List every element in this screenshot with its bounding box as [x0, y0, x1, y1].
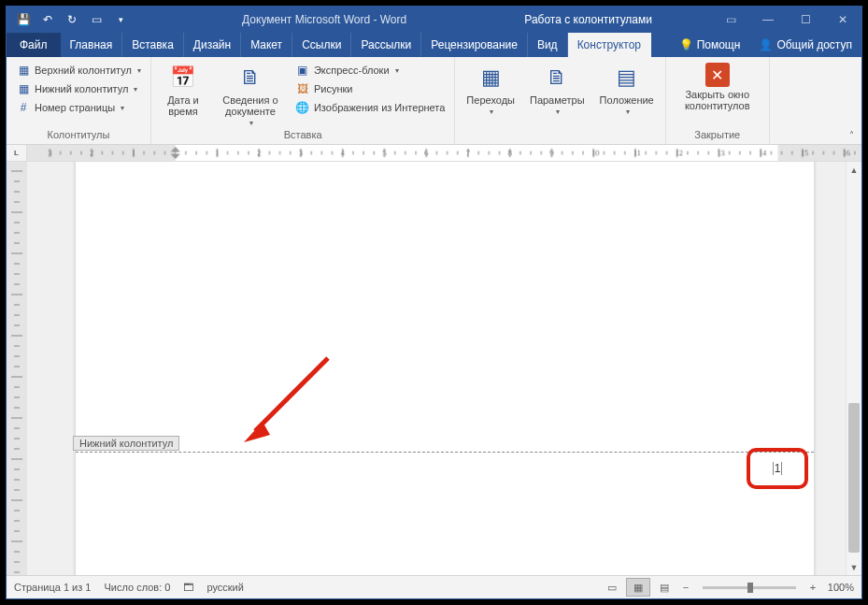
- ribbon: ▦Верхний колонтитул▾ ▦Нижний колонтитул▾…: [7, 57, 861, 145]
- close-icon[interactable]: ✕: [824, 7, 861, 33]
- minimize-icon[interactable]: —: [749, 7, 787, 33]
- calendar-icon: 📅: [168, 63, 198, 93]
- chevron-down-icon: ▾: [134, 85, 137, 94]
- page-number-highlight: 1: [747, 448, 808, 489]
- chevron-down-icon: ▾: [556, 108, 560, 116]
- zoom-value[interactable]: 100%: [828, 582, 854, 593]
- horizontal-ruler[interactable]: L: [7, 145, 861, 162]
- zoom-slider[interactable]: [703, 586, 796, 589]
- group-insert-meta: 📅Дата и время 🗎Сведения о документе▾ ▣Эк…: [151, 57, 455, 144]
- tab-review[interactable]: Рецензирование: [421, 33, 528, 57]
- window-controls: ▭ — ☐ ✕: [712, 7, 861, 33]
- svg-marker-1: [244, 422, 270, 442]
- tab-insert[interactable]: Вставка: [122, 33, 184, 57]
- status-word-count[interactable]: Число слов: 0: [104, 582, 170, 593]
- position-icon: ▤: [612, 63, 642, 93]
- undo-icon[interactable]: ↶: [36, 8, 59, 31]
- collapse-ribbon-icon[interactable]: ˄: [842, 57, 861, 144]
- tab-home[interactable]: Главная: [61, 33, 123, 57]
- document-info-button[interactable]: 🗎Сведения о документе▾: [213, 61, 288, 129]
- position-button[interactable]: ▤Положение▾: [594, 61, 660, 118]
- share-button[interactable]: 👤Общий доступ: [749, 33, 861, 57]
- footer-button[interactable]: ▦Нижний колонтитул▾: [12, 79, 145, 98]
- redo-icon[interactable]: ↻: [61, 8, 83, 31]
- header-icon: ▦: [16, 63, 31, 78]
- vertical-ruler[interactable]: [7, 162, 27, 575]
- view-web-icon[interactable]: ▤: [652, 578, 676, 597]
- page[interactable]: Нижний колонтитул 1: [76, 162, 814, 575]
- footer-separator: [76, 452, 814, 453]
- vertical-scrollbar[interactable]: ▲ ▼: [846, 162, 861, 575]
- share-icon: 👤: [759, 38, 773, 51]
- scroll-down-icon[interactable]: ▼: [847, 559, 861, 575]
- group-label: Закрытие: [672, 129, 763, 142]
- new-doc-icon[interactable]: ▭: [85, 8, 107, 31]
- document-area[interactable]: Нижний колонтитул 1: [27, 162, 846, 575]
- annotation-arrow-icon: [235, 349, 337, 452]
- blocks-icon: ▣: [295, 63, 310, 78]
- app-window: 💾 ↶ ↻ ▭ ▾ Документ Microsoft Word - Word…: [6, 6, 862, 599]
- lightbulb-icon: 💡: [679, 38, 693, 51]
- view-print-icon[interactable]: ▦: [626, 578, 650, 597]
- close-header-footer-button[interactable]: ✕Закрыть окно колонтитулов: [672, 61, 763, 113]
- options-button[interactable]: 🗎Параметры▾: [524, 61, 591, 118]
- tab-design-headerfooter[interactable]: Конструктор: [568, 33, 651, 57]
- ribbon-display-icon[interactable]: ▭: [712, 7, 749, 33]
- zoom-out-button[interactable]: −: [678, 582, 693, 593]
- quick-access-toolbar: 💾 ↶ ↻ ▭ ▾: [7, 8, 137, 31]
- window-title: Документ Microsoft Word - Word: [137, 13, 511, 26]
- quick-parts-button[interactable]: ▣Экспресс-блоки▾: [292, 61, 448, 79]
- view-read-icon[interactable]: ▭: [600, 578, 624, 597]
- workspace: Нижний колонтитул 1 ▲ ▼: [7, 162, 861, 575]
- zoom-in-button[interactable]: +: [805, 582, 820, 593]
- qat-customize-icon[interactable]: ▾: [109, 8, 132, 31]
- spellcheck-icon[interactable]: 🗔: [183, 582, 193, 593]
- page-number-button[interactable]: #Номер страницы▾: [12, 98, 145, 117]
- nav-icon: ▦: [476, 63, 505, 93]
- docinfo-icon: 🗎: [235, 63, 265, 93]
- chevron-down-icon: ▾: [490, 108, 493, 116]
- tell-me-button[interactable]: 💡Помощн: [670, 33, 750, 57]
- header-button[interactable]: ▦Верхний колонтитул▾: [12, 61, 145, 79]
- group-close: ✕Закрыть окно колонтитулов Закрытие: [666, 57, 770, 144]
- chevron-down-icon: ▾: [249, 119, 253, 127]
- page-number-value: 1: [773, 462, 783, 475]
- date-time-button[interactable]: 📅Дата и время: [157, 61, 209, 119]
- online-pictures-button[interactable]: 🌐Изображения из Интернета: [292, 98, 448, 117]
- group-headers-footers: ▦Верхний колонтитул▾ ▦Нижний колонтитул▾…: [7, 57, 151, 144]
- footer-label-tag: Нижний колонтитул: [73, 436, 179, 451]
- scroll-thumb[interactable]: [848, 403, 860, 553]
- save-icon[interactable]: 💾: [12, 8, 35, 31]
- group-label: Вставка: [157, 129, 448, 142]
- picture-icon: 🖼: [295, 81, 310, 96]
- close-x-icon: ✕: [705, 63, 730, 87]
- group-label: Колонтитулы: [12, 129, 145, 142]
- options-icon: 🗎: [542, 63, 572, 93]
- page-number-icon: #: [16, 100, 31, 115]
- chevron-down-icon: ▾: [137, 66, 141, 75]
- tab-mailings[interactable]: Рассылки: [351, 33, 421, 57]
- tab-layout[interactable]: Макет: [241, 33, 292, 57]
- footer-icon: ▦: [16, 81, 31, 96]
- file-tab[interactable]: Файл: [7, 33, 61, 57]
- zoom-handle[interactable]: [747, 583, 753, 593]
- tab-design[interactable]: Дизайн: [184, 33, 241, 57]
- chevron-down-icon: ▾: [626, 108, 630, 116]
- status-page[interactable]: Страница 1 из 1: [14, 582, 91, 593]
- tab-view[interactable]: Вид: [528, 33, 568, 57]
- titlebar: 💾 ↶ ↻ ▭ ▾ Документ Microsoft Word - Word…: [7, 7, 861, 33]
- group-navigation: ▦Переходы▾ 🗎Параметры▾ ▤Положение▾: [455, 57, 665, 144]
- status-language[interactable]: русский: [206, 582, 243, 593]
- online-picture-icon: 🌐: [295, 100, 310, 115]
- chevron-down-icon: ▾: [121, 104, 124, 112]
- navigation-button[interactable]: ▦Переходы▾: [461, 61, 520, 118]
- scroll-up-icon[interactable]: ▲: [847, 162, 861, 178]
- ruler-corner: L: [7, 145, 27, 161]
- context-tab-header: Работа с колонтитулами: [511, 7, 665, 33]
- group-label: [461, 129, 659, 142]
- statusbar: Страница 1 из 1 Число слов: 0 🗔 русский …: [7, 575, 861, 598]
- tab-references[interactable]: Ссылки: [292, 33, 351, 57]
- pictures-button[interactable]: 🖼Рисунки: [292, 79, 448, 98]
- maximize-icon[interactable]: ☐: [787, 7, 824, 33]
- svg-line-0: [255, 358, 328, 431]
